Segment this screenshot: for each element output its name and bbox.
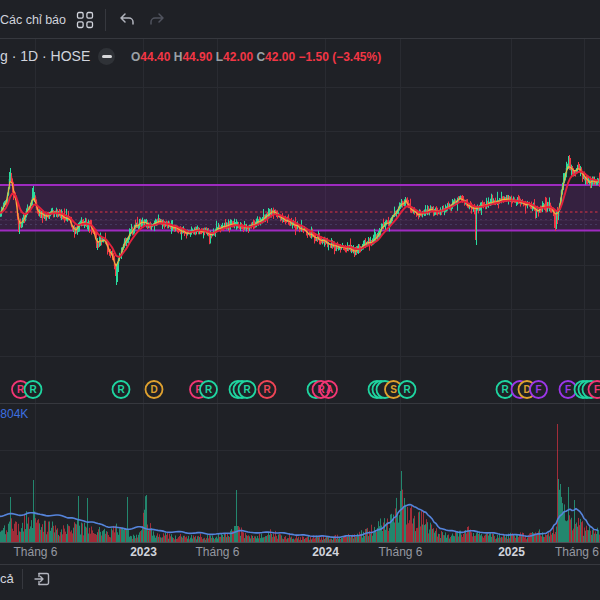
svg-text:R: R <box>205 384 213 395</box>
svg-text:Tháng 6: Tháng 6 <box>378 545 422 559</box>
svg-text:F: F <box>565 384 571 395</box>
svg-text:2023: 2023 <box>130 545 157 559</box>
svg-text:2024: 2024 <box>312 545 339 559</box>
svg-text:R: R <box>403 384 411 395</box>
svg-text:S: S <box>390 384 397 395</box>
svg-text:A: A <box>326 384 333 395</box>
svg-text:.804K: .804K <box>0 407 28 421</box>
svg-text:D: D <box>150 384 157 395</box>
svg-text:Tháng 6: Tháng 6 <box>195 545 239 559</box>
svg-text:F: F <box>594 384 600 395</box>
svg-text:Tháng 6: Tháng 6 <box>555 545 599 559</box>
svg-text:2025: 2025 <box>498 545 525 559</box>
svg-text:R: R <box>29 384 37 395</box>
svg-text:F: F <box>535 384 541 395</box>
svg-text:Tháng 6: Tháng 6 <box>13 545 57 559</box>
svg-text:R: R <box>501 384 509 395</box>
svg-text:R: R <box>263 384 271 395</box>
svg-text:R: R <box>243 384 251 395</box>
svg-text:R: R <box>117 384 125 395</box>
